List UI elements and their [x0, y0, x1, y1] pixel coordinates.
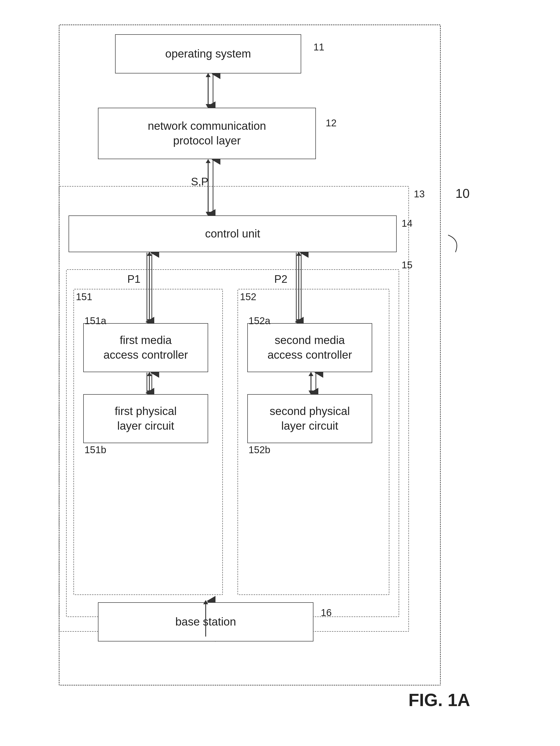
- ref-152b: 152b: [249, 444, 270, 455]
- ref-152: 152: [240, 291, 256, 303]
- base-station-box: base station: [98, 602, 313, 641]
- ref-15: 15: [401, 260, 413, 270]
- ref-12: 12: [326, 117, 337, 128]
- operating-system-box: operating system: [115, 34, 301, 74]
- second-phy-box: second physicallayer circuit: [247, 394, 372, 443]
- network-protocol-label: network communicationprotocol layer: [148, 119, 266, 148]
- p2-label: P2: [274, 273, 287, 285]
- diagram-container: operating system 11 network communicatio…: [44, 15, 490, 725]
- first-phy-label: first physicallayer circuit: [115, 404, 176, 433]
- ref-152a: 152a: [249, 315, 270, 326]
- ref-10: 10: [455, 186, 470, 201]
- base-station-label: base station: [175, 614, 236, 629]
- ref-151a: 151a: [84, 315, 106, 326]
- second-mac-box: second mediaaccess controller: [247, 323, 372, 372]
- first-mac-label: first mediaaccess controller: [103, 333, 188, 362]
- ref-16: 16: [321, 607, 332, 618]
- ref-151b: 151b: [84, 444, 106, 455]
- control-unit-box: control unit: [68, 216, 397, 252]
- operating-system-label: operating system: [165, 47, 251, 61]
- ref-13: 13: [414, 189, 425, 200]
- figure-label: FIG. 1A: [409, 690, 470, 710]
- control-unit-label: control unit: [205, 227, 260, 241]
- first-mac-box: first mediaaccess controller: [83, 323, 208, 372]
- second-mac-label: second mediaaccess controller: [268, 333, 352, 362]
- first-phy-box: first physicallayer circuit: [83, 394, 208, 443]
- ref-14: 14: [401, 218, 413, 229]
- ref-11: 11: [313, 41, 325, 53]
- ref-151: 151: [76, 291, 92, 303]
- second-phy-label: second physicallayer circuit: [270, 404, 350, 433]
- network-protocol-box: network communicationprotocol layer: [98, 108, 316, 159]
- p1-label: P1: [127, 273, 141, 285]
